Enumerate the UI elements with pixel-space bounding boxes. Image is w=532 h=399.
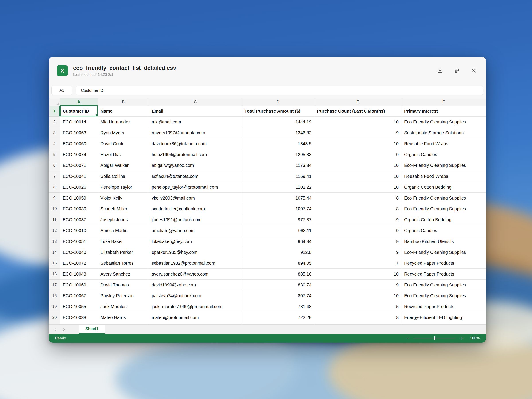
cell-A5[interactable]: ECO-10074 [60, 149, 98, 160]
cell-B19[interactable]: Jack Morales [98, 301, 149, 312]
cell-B15[interactable]: Sebastian Torres [98, 258, 149, 269]
row-header-12[interactable]: 12 [49, 225, 60, 236]
cell-F16[interactable]: Recycled Paper Products [401, 269, 486, 279]
cell-C17[interactable]: david1999@zoho.com [149, 279, 242, 290]
cell-B18[interactable]: Paisley Peterson [98, 290, 149, 301]
cell-F15[interactable]: Recycled Paper Products [401, 258, 486, 269]
cell-F2[interactable]: Eco-Friendly Cleaning Supplies [401, 117, 486, 127]
row-header-4[interactable]: 4 [49, 138, 60, 149]
cell-D11[interactable]: 977.87 [242, 214, 314, 225]
cell-C4[interactable]: davidcook86@tutanota.com [149, 138, 242, 149]
cell-F17[interactable]: Eco-Friendly Cleaning Supplies [401, 279, 486, 290]
expand-button[interactable] [453, 66, 461, 75]
cell-D16[interactable]: 885.16 [242, 269, 314, 279]
cell-D12[interactable]: 968.11 [242, 225, 314, 236]
cell-D8[interactable]: 1102.22 [242, 182, 314, 193]
cell-B16[interactable]: Avery Sanchez [98, 269, 149, 279]
cell-D17[interactable]: 830.74 [242, 279, 314, 290]
row-header-2[interactable]: 2 [49, 117, 60, 127]
zoom-slider-thumb[interactable] [434, 336, 435, 340]
column-header-B[interactable]: B [98, 98, 149, 106]
row-header-13[interactable]: 13 [49, 236, 60, 247]
cell-E20[interactable]: 8 [314, 312, 401, 323]
cell-C9[interactable]: vkelly2003@mail.com [149, 193, 242, 203]
cell-C14[interactable]: eparker1985@hey.com [149, 247, 242, 258]
cell-C6[interactable]: abigailw@yahoo.com [149, 160, 242, 171]
cell-E1[interactable]: Purchase Count (Last 6 Months) [314, 106, 401, 117]
cell-B17[interactable]: David Thomas [98, 279, 149, 290]
cell-E11[interactable]: 9 [314, 214, 401, 225]
cell-C18[interactable]: paisleyp74@outlook.com [149, 290, 242, 301]
cell-E9[interactable]: 8 [314, 193, 401, 203]
row-header-5[interactable]: 5 [49, 149, 60, 160]
cell-F20[interactable]: Energy-Efficient LED Lighting [401, 312, 486, 323]
prev-sheet-arrow[interactable]: ‹ [55, 327, 56, 332]
column-header-F[interactable]: F [401, 98, 486, 106]
cell-C13[interactable]: lukebaker@hey.com [149, 236, 242, 247]
cell-F12[interactable]: Organic Candles [401, 225, 486, 236]
cell-D13[interactable]: 964.34 [242, 236, 314, 247]
cell-D3[interactable]: 1346.82 [242, 127, 314, 138]
cell-B5[interactable]: Hazel Diaz [98, 149, 149, 160]
cell-C11[interactable]: jjones1991@outlook.com [149, 214, 242, 225]
next-sheet-arrow[interactable]: › [63, 327, 65, 332]
row-header-9[interactable]: 9 [49, 193, 60, 203]
row-header-8[interactable]: 8 [49, 182, 60, 193]
row-header-15[interactable]: 15 [49, 258, 60, 269]
cell-B9[interactable]: Violet Kelly [98, 193, 149, 203]
cell-A6[interactable]: ECO-10071 [60, 160, 98, 171]
cell-D4[interactable]: 1343.5 [242, 138, 314, 149]
cell-D1[interactable]: Total Purchase Amount ($) [242, 106, 314, 117]
cell-D19[interactable]: 731.48 [242, 301, 314, 312]
cell-F7[interactable]: Reusable Food Wraps [401, 171, 486, 182]
cell-F1[interactable]: Primary Interest [401, 106, 486, 117]
cell-C20[interactable]: mateo@protonmail.com [149, 312, 242, 323]
row-header-6[interactable]: 6 [49, 160, 60, 171]
zoom-slider[interactable] [414, 338, 456, 338]
cell-E8[interactable]: 10 [314, 182, 401, 193]
cell-D6[interactable]: 1173.84 [242, 160, 314, 171]
cell-A9[interactable]: ECO-10059 [60, 193, 98, 203]
row-header-10[interactable]: 10 [49, 203, 60, 214]
cell-C15[interactable]: sebastian1982@protonmail.com [149, 258, 242, 269]
zoom-out-button[interactable]: − [406, 336, 409, 341]
cell-A14[interactable]: ECO-10040 [60, 247, 98, 258]
row-header-20[interactable]: 20 [49, 312, 60, 323]
cell-A17[interactable]: ECO-10069 [60, 279, 98, 290]
select-all-corner[interactable] [49, 98, 60, 106]
cell-B1[interactable]: Name [98, 106, 149, 117]
cell-E4[interactable]: 10 [314, 138, 401, 149]
cell-A2[interactable]: ECO-10014 [60, 117, 98, 127]
cell-F4[interactable]: Reusable Food Wraps [401, 138, 486, 149]
cell-C2[interactable]: mia@mail.com [149, 117, 242, 127]
cell-D20[interactable]: 722.29 [242, 312, 314, 323]
cell-A16[interactable]: ECO-10043 [60, 269, 98, 279]
cell-A1[interactable]: Customer ID [60, 106, 98, 117]
cell-E6[interactable]: 10 [314, 160, 401, 171]
cell-A8[interactable]: ECO-10026 [60, 182, 98, 193]
column-header-C[interactable]: C [149, 98, 242, 106]
cell-E13[interactable]: 9 [314, 236, 401, 247]
cell-F14[interactable]: Eco-Friendly Cleaning Supplies [401, 247, 486, 258]
cell-A12[interactable]: ECO-10010 [60, 225, 98, 236]
row-header-17[interactable]: 17 [49, 279, 60, 290]
cell-C8[interactable]: penelope_taylor@protonmail.com [149, 182, 242, 193]
row-header-7[interactable]: 7 [49, 171, 60, 182]
cell-A19[interactable]: ECO-10055 [60, 301, 98, 312]
cell-F18[interactable]: Eco-Friendly Cleaning Supplies [401, 290, 486, 301]
cell-E18[interactable]: 10 [314, 290, 401, 301]
cell-F8[interactable]: Organic Cotton Bedding [401, 182, 486, 193]
cell-B11[interactable]: Joseph Jones [98, 214, 149, 225]
cell-A4[interactable]: ECO-10060 [60, 138, 98, 149]
cell-C12[interactable]: ameliam@yahoo.com [149, 225, 242, 236]
cell-B2[interactable]: Mia Hernandez [98, 117, 149, 127]
cell-D14[interactable]: 922.8 [242, 247, 314, 258]
formula-input[interactable]: Customer ID [76, 86, 483, 95]
row-header-18[interactable]: 18 [49, 290, 60, 301]
close-button[interactable] [469, 66, 478, 75]
cell-E12[interactable]: 9 [314, 225, 401, 236]
cell-C16[interactable]: avery.sanchez6@yahoo.com [149, 269, 242, 279]
cell-C10[interactable]: scarlettmiller@outlook.com [149, 203, 242, 214]
cell-A13[interactable]: ECO-10051 [60, 236, 98, 247]
cell-F13[interactable]: Bamboo Kitchen Utensils [401, 236, 486, 247]
